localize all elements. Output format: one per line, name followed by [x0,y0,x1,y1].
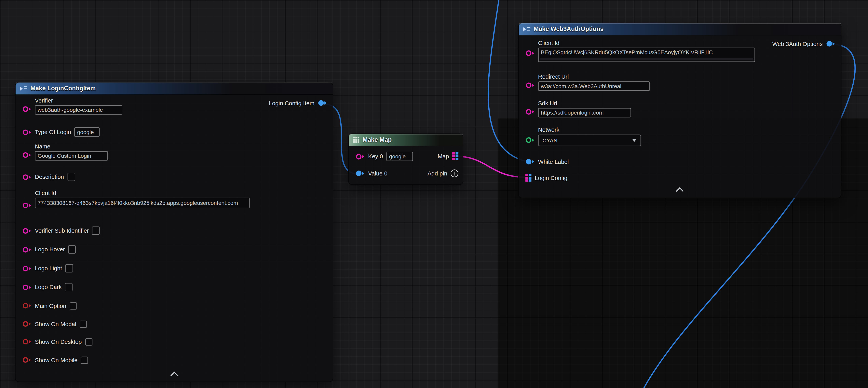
show-on-desktop-pin[interactable] [22,338,32,346]
function-node-icon [523,27,530,31]
collapse-chevron-icon[interactable] [676,187,684,195]
login-config-pin[interactable] [525,174,531,182]
field-login-config: Login Config [525,174,567,182]
collapse-chevron-icon[interactable] [170,371,178,379]
network-label: Network [538,126,641,133]
map-output-pin[interactable] [452,152,459,160]
make-map-node[interactable]: Make Map Key 0 google Map Value 0 Add pi… [348,133,463,185]
field-logo-dark: Logo Dark [22,283,73,291]
client-id-input[interactable]: 774338308167-q463s7kpvja16l4l0kko3nb925i… [35,198,250,208]
node-header[interactable]: Make Web3AuthOptions [519,23,841,35]
type-of-login-input[interactable]: google [74,127,100,137]
client-id-pin[interactable] [22,202,32,209]
verifier-pin[interactable] [22,105,32,113]
show-on-desktop-label: Show On Desktop [35,338,82,346]
field-value0: Value 0 [355,169,387,177]
map-output-label: Map [438,153,449,160]
field-client-id: Client Id BEglQSgt4cUWcj6SKRdu5QkOXTsePm… [525,39,755,62]
blueprint-graph-canvas[interactable]: { "graph": { "background_color": "#1b1b1… [0,0,868,388]
field-show-on-modal: Show On Modal [22,320,87,328]
output-row: Login Config Item [269,99,327,107]
redirect-url-pin[interactable] [525,82,535,89]
output-label: Web 3Auth Options [772,40,823,48]
field-verifier-sub-identifier: Verifier Sub Identifier [22,227,100,235]
wire-map-to-loginconfig[interactable] [455,156,525,177]
sdk-url-label: Sdk Url [538,100,631,107]
type-of-login-pin[interactable] [22,128,32,136]
client-id-label: Client Id [538,39,755,47]
network-pin[interactable] [525,136,535,144]
logo-hover-pin[interactable] [22,246,32,253]
client-id-label: Client Id [35,189,250,197]
chevron-down-icon [632,139,637,142]
show-on-modal-pin[interactable] [22,320,32,328]
field-show-on-mobile: Show On Mobile [22,356,88,364]
name-label: Name [35,143,108,150]
main-option-pin[interactable] [22,302,32,309]
logo-dark-input[interactable] [65,283,73,291]
verifier-sub-identifier-input[interactable] [92,227,100,235]
type-of-login-label: Type Of Login [35,128,71,136]
logo-light-input[interactable] [65,264,73,272]
logo-hover-input[interactable] [68,245,76,253]
main-option-checkbox[interactable] [69,302,77,309]
input-scrollbar[interactable] [540,58,753,60]
logo-dark-label: Logo Dark [35,283,62,291]
logo-light-label: Logo Light [35,265,62,272]
node-header[interactable]: Make Map [349,134,463,146]
login-config-label: Login Config [535,174,567,181]
make-loginconfigitem-node[interactable]: Make LoginConfigItem Login Config Item V… [15,82,333,382]
logo-hover-label: Logo Hover [35,246,65,253]
output-label: Login Config Item [269,99,314,107]
value0-label: Value 0 [368,170,388,177]
name-pin[interactable] [22,151,32,159]
client-id-input[interactable]: BEglQSgt4cUWcj6SKRdu5QkOXTsePmMcusG5EAoy… [538,48,755,62]
description-input[interactable] [67,173,75,181]
web3auth-options-output-pin[interactable] [826,40,835,48]
node-title: Make LoginConfigItem [30,85,96,91]
name-input[interactable]: Google Custom Login [35,151,108,161]
client-id-text: BEglQSgt4cUWcj6SKRdu5QkOXTsePmMcusG5EAoy… [541,49,713,55]
make-web3authoptions-node[interactable]: Make Web3AuthOptions Web 3Auth Options C… [518,23,841,198]
verifier-sub-identifier-label: Verifier Sub Identifier [35,227,89,234]
field-sdk-url: Sdk Url https://sdk.openlogin.com [525,100,631,118]
show-on-mobile-checkbox[interactable] [81,356,88,363]
key0-input[interactable]: google [386,152,413,161]
field-logo-light: Logo Light [22,264,73,272]
login-config-item-output-pin[interactable] [318,99,327,107]
value0-pin[interactable] [355,169,365,177]
network-dropdown[interactable]: CYAN [538,135,641,146]
map-node-icon [353,137,359,143]
show-on-desktop-checkbox[interactable] [85,338,92,346]
field-white-label: White Label [525,158,569,166]
verifier-label: Verifier [35,97,122,104]
node-title: Make Web3AuthOptions [534,26,604,32]
sdk-url-pin[interactable] [525,108,535,116]
white-label-pin[interactable] [525,158,535,166]
description-pin[interactable] [22,173,32,181]
key0-pin[interactable] [355,153,365,160]
logo-light-pin[interactable] [22,264,32,272]
field-key0: Key 0 google [355,152,413,161]
field-redirect-url: Redirect Url w3a://com.w3a.Web3AuthUnrea… [525,73,650,91]
key0-label: Key 0 [368,153,383,160]
field-description: Description [22,173,75,181]
node-title: Make Map [363,137,392,143]
verifier-sub-identifier-pin[interactable] [22,227,32,234]
show-on-mobile-label: Show On Mobile [35,356,78,363]
add-pin-icon[interactable] [451,169,458,177]
show-on-modal-label: Show On Modal [35,320,76,328]
field-network: Network CYAN [525,126,641,146]
show-on-mobile-pin[interactable] [22,356,32,364]
client-id-pin[interactable] [525,49,535,57]
logo-dark-pin[interactable] [22,283,32,291]
redirect-url-input[interactable]: w3a://com.w3a.Web3AuthUnreal [538,82,650,91]
redirect-url-label: Redirect Url [538,73,650,81]
field-show-on-desktop: Show On Desktop [22,338,92,346]
node-header[interactable]: Make LoginConfigItem [16,82,333,95]
sdk-url-input[interactable]: https://sdk.openlogin.com [538,108,631,118]
verifier-input[interactable]: web3auth-google-example [35,105,122,115]
show-on-modal-checkbox[interactable] [80,320,87,328]
description-label: Description [35,173,64,181]
output-row: Web 3Auth Options [772,40,835,48]
